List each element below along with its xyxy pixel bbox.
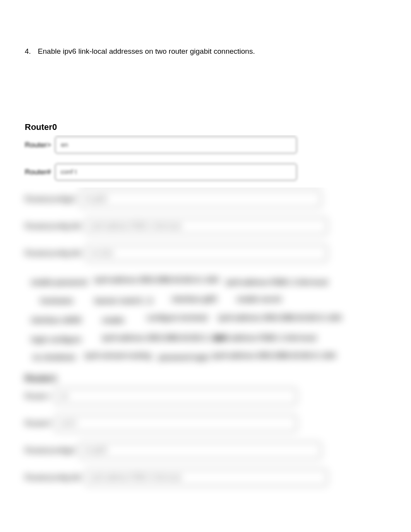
token[interactable]: ipv6 address FE80::1 link-local bbox=[226, 278, 328, 286]
router0-input-3[interactable] bbox=[86, 218, 327, 235]
router1-line-3: Router(config-if)# bbox=[25, 469, 327, 486]
token[interactable]: ipv6 address 2001:DB8:ACAD:3::1/64 bbox=[218, 314, 341, 322]
token[interactable]: banner motd $ _$ bbox=[94, 297, 152, 305]
router0-line-1: Router# bbox=[25, 164, 297, 181]
router1-line-1: Router# bbox=[25, 415, 297, 432]
prompt-label: Router# bbox=[25, 419, 51, 428]
prompt-label: Router(config)# bbox=[25, 446, 75, 455]
router0-line-0: Router> bbox=[25, 136, 297, 153]
question-text: Enable ipv6 link-local addresses on two … bbox=[38, 47, 255, 56]
router0-input-0[interactable] bbox=[55, 136, 297, 153]
router1-input-2[interactable] bbox=[79, 442, 321, 459]
token[interactable]: hostname bbox=[40, 297, 73, 305]
router0-heading: Router0 bbox=[25, 122, 57, 132]
token[interactable]: login configure bbox=[31, 336, 81, 344]
token[interactable]: interface g0/0 bbox=[172, 295, 217, 304]
router1-line-2: Router(config)# bbox=[25, 442, 321, 459]
token[interactable]: enable bbox=[102, 316, 124, 324]
router0-input-2[interactable] bbox=[79, 191, 321, 208]
token[interactable]: enable secret bbox=[237, 295, 281, 304]
token[interactable]: ipv6 unicast-routing bbox=[85, 352, 151, 360]
question-row: 4. Enable ipv6 link-local addresses on t… bbox=[25, 47, 255, 56]
router0-line-4: Router(config-if)# bbox=[25, 245, 327, 262]
prompt-label: Router(config-if)# bbox=[25, 473, 82, 482]
token[interactable]: configure terminal bbox=[147, 314, 207, 322]
prompt-label: Router> bbox=[25, 141, 51, 149]
token[interactable]: password login bbox=[158, 353, 209, 361]
token[interactable]: ipv6 address 2001:DB8:ACAD:2::1/64 bbox=[212, 352, 336, 360]
token[interactable]: no shutdown bbox=[33, 353, 76, 361]
router0-input-1[interactable] bbox=[55, 164, 297, 181]
router1-input-3[interactable] bbox=[86, 469, 327, 486]
prompt-label: Router(config-if)# bbox=[25, 249, 82, 257]
router1-input-1[interactable] bbox=[55, 415, 297, 432]
token[interactable]: enable password bbox=[31, 278, 87, 286]
prompt-label: Router(config-if)# bbox=[25, 222, 82, 230]
token[interactable]: ipv6 address FE80::1 link-local bbox=[214, 334, 316, 342]
router1-line-0: Router> bbox=[25, 388, 297, 405]
token[interactable]: ipv6 address 2001:DB8:ACAD:A::1/64 bbox=[94, 276, 219, 284]
router1-heading: Router1 bbox=[25, 373, 57, 384]
router0-line-3: Router(config-if)# bbox=[25, 218, 327, 235]
prompt-label: Router> bbox=[25, 392, 51, 401]
router0-input-4[interactable] bbox=[86, 245, 327, 262]
router1-input-0[interactable] bbox=[55, 388, 297, 405]
router0-line-2: Router(config)# bbox=[25, 191, 321, 208]
token[interactable]: ipv6 address 2001:DB8:ACAD:1::1/64 bbox=[102, 334, 225, 342]
prompt-label: Router# bbox=[25, 168, 51, 176]
prompt-label: Router(config)# bbox=[25, 195, 75, 203]
question-number: 4. bbox=[25, 47, 31, 56]
token[interactable]: interface s0/0/0 bbox=[31, 316, 81, 324]
